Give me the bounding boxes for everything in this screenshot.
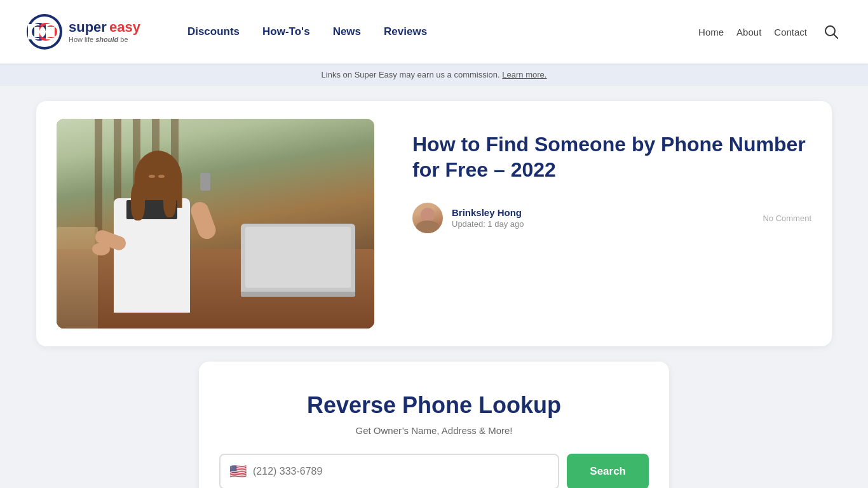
nav-home[interactable]: Home	[698, 27, 724, 37]
comment-count: No Comment	[763, 214, 811, 223]
phone-input[interactable]	[253, 466, 549, 477]
logo-icon	[25, 13, 64, 51]
main-content: How to Find Someone by Phone Number for …	[21, 101, 847, 488]
article-meta: How to Find Someone by Phone Number for …	[412, 119, 811, 233]
author-row: Brinksley Hong Updated: 1 day ago No Com…	[412, 203, 811, 233]
search-icon	[824, 25, 838, 39]
author-avatar	[412, 203, 443, 233]
nav-howtos[interactable]: How-To's	[254, 19, 319, 44]
svg-rect-6	[34, 30, 42, 33]
svg-rect-7	[47, 30, 55, 33]
author-info: Brinksley Hong Updated: 1 day ago	[452, 207, 524, 229]
nav-discounts[interactable]: Discounts	[179, 19, 248, 44]
widget-search-row: 🇺🇸 Search	[219, 454, 649, 488]
disclaimer-text: Links on Super Easy may earn us a commis…	[322, 70, 500, 79]
article-title: How to Find Someone by Phone Number for …	[412, 132, 811, 182]
phone-input-wrap: 🇺🇸	[219, 454, 559, 488]
logo-link[interactable]: super easy How life should be	[25, 13, 140, 51]
flag-icon: 🇺🇸	[229, 463, 247, 480]
article-card: How to Find Someone by Phone Number for …	[36, 101, 832, 346]
article-image	[57, 119, 374, 329]
nav-news[interactable]: News	[324, 19, 370, 44]
nav-about[interactable]: About	[736, 27, 761, 37]
logo-text: super easy How life should be	[69, 20, 140, 43]
site-header: super easy How life should be Discounts …	[0, 0, 868, 64]
logo-super: super	[69, 20, 107, 34]
widget-title: Reverse Phone Lookup	[219, 392, 649, 419]
nav-contact[interactable]: Contact	[774, 27, 807, 37]
main-nav: Discounts How-To's News Reviews	[179, 19, 698, 44]
logo-tagline: How life should be	[69, 36, 140, 43]
logo-tagline-em: should	[95, 36, 118, 43]
disclaimer-bar: Links on Super Easy may earn us a commis…	[0, 64, 868, 86]
author-name: Brinksley Hong	[452, 207, 524, 218]
svg-point-8	[825, 26, 835, 36]
nav-reviews[interactable]: Reviews	[375, 19, 436, 44]
widget-subtitle: Get Owner’s Name, Address & More!	[219, 425, 649, 436]
widget-card: Reverse Phone Lookup Get Owner’s Name, A…	[199, 362, 669, 488]
search-button[interactable]	[820, 20, 843, 43]
svg-line-9	[834, 35, 838, 39]
disclaimer-link[interactable]: Learn more.	[502, 70, 546, 79]
logo-easy: easy	[109, 20, 140, 34]
right-nav: Home About Contact	[698, 20, 843, 43]
search-button[interactable]: Search	[567, 454, 649, 488]
author-date: Updated: 1 day ago	[452, 219, 524, 229]
